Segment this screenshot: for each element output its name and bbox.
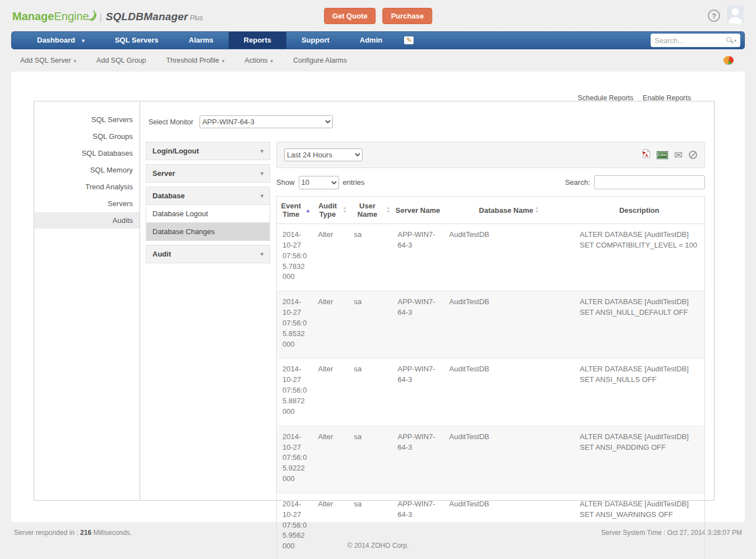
table-row: 2014-10-27 07:56:05.9222000 Alter sa APP… <box>277 426 705 493</box>
sidebar-item[interactable]: Audits <box>34 212 140 229</box>
email-report-icon[interactable]: ✉ <box>674 151 683 159</box>
nav-tab[interactable]: Alarms <box>174 32 229 49</box>
column-header[interactable]: Description <box>574 197 705 224</box>
sub-navbar: Add SQL Server▾ Add SQL Group Threshold … <box>0 49 756 72</box>
subnav-item[interactable]: Configure Alarms <box>293 57 347 64</box>
response-ms-value: 216 <box>80 529 91 537</box>
cell-description: ALTER DATABASE [AuditTestDB] SET ANSI_NU… <box>574 358 705 426</box>
cell-audit-type: Alter <box>313 291 349 358</box>
cell-database-name: AuditTestDB <box>444 291 574 358</box>
sort-ascending-icon: ▲ <box>305 207 311 213</box>
chevron-down-icon: ▾ <box>261 251 263 257</box>
brand-separator: | <box>100 12 102 22</box>
select-monitor-label: Select Monitor <box>149 118 193 126</box>
accordion-header[interactable]: Audit ▾ <box>146 245 270 263</box>
cell-audit-type: Alter <box>313 224 349 291</box>
nav-tab[interactable]: Admin <box>345 32 397 49</box>
cell-user-name: sa <box>349 224 392 291</box>
nav-tab[interactable]: Reports <box>229 32 286 49</box>
column-header[interactable]: Event Time ▲ <box>277 197 313 224</box>
cell-server-name: APP-WIN7-64-3 <box>392 358 444 426</box>
page-size-select[interactable]: 10 <box>299 176 339 189</box>
cell-event-time: 2014-10-27 07:56:05.8872000 <box>277 358 313 426</box>
sort-icon: ▲▼ <box>387 206 391 213</box>
chevron-down-icon: ▾ <box>222 58 225 64</box>
help-icon[interactable]: ? <box>708 10 720 22</box>
user-avatar[interactable] <box>727 6 744 26</box>
sidebar-item[interactable]: Trend Analysis <box>34 179 140 195</box>
brand-product: SQLDBManager <box>106 11 188 23</box>
report-toolbar: Last 24 Hours A CSV ✉ <box>276 142 705 168</box>
subnav-item[interactable]: Add SQL Server▾ <box>20 57 76 64</box>
column-header[interactable]: User Name ▲▼ <box>349 197 392 224</box>
accordion-item[interactable]: Database Changes <box>146 223 270 241</box>
chevron-down-icon: ▾ <box>261 170 263 176</box>
accordion-section: Audit ▾ <box>146 245 270 263</box>
cell-description: ALTER DATABASE [AuditTestDB] SET ANSI_WA… <box>574 493 705 559</box>
response-time: Server responded in : 216 Milliseconds. <box>14 529 132 537</box>
table-search-label: Search: <box>565 178 590 187</box>
sidebar-item[interactable]: SQL Memory <box>34 162 140 178</box>
global-search-input[interactable] <box>655 36 726 45</box>
cell-audit-type: Alter <box>313 426 349 493</box>
cancel-icon[interactable] <box>689 151 697 159</box>
column-header[interactable]: Audit Type ▲▼ <box>313 197 349 224</box>
pdf-export-icon[interactable]: A <box>642 149 651 161</box>
cell-description: ALTER DATABASE [AuditTestDB] SET ANSI_PA… <box>574 426 705 493</box>
nav-tab[interactable]: Support <box>286 32 345 49</box>
column-header[interactable]: Server Name <box>392 197 444 224</box>
monitor-select[interactable]: APP-WIN7-64-3 <box>200 115 333 128</box>
report-main: Select Monitor APP-WIN7-64-3 Login/Logou… <box>140 101 714 500</box>
table-row: 2014-10-27 07:56:05.7832000 Alter sa APP… <box>277 224 705 291</box>
cell-user-name: sa <box>349 493 392 559</box>
logo-swoosh-icon <box>88 10 96 24</box>
table-search-input[interactable] <box>594 175 705 189</box>
sidebar-item[interactable]: SQL Servers <box>34 111 140 128</box>
feedback-pencil-icon[interactable]: ✎ <box>404 36 414 44</box>
search-icon[interactable] <box>726 36 734 44</box>
accordion-header[interactable]: Login/Logout ▾ <box>146 142 270 160</box>
cell-event-time: 2014-10-27 07:56:05.7832000 <box>277 224 313 291</box>
nav-tab[interactable]: SQL Servers <box>100 32 174 49</box>
report-sidebar: SQL Servers SQL Groups SQL Databases SQL… <box>34 101 140 500</box>
cell-server-name: APP-WIN7-64-3 <box>392 291 444 358</box>
audit-table-body: 2014-10-27 07:56:05.7832000 Alter sa APP… <box>277 224 705 559</box>
audit-table: Event Time ▲ Audit Type <box>276 196 705 559</box>
chevron-down-icon: ▾ <box>74 58 77 64</box>
nav-tab[interactable]: Dashboard▾ <box>22 32 100 49</box>
brand-engine: Engine <box>54 10 89 23</box>
svg-text:A: A <box>645 153 648 158</box>
sidebar-item[interactable]: SQL Groups <box>34 128 140 145</box>
accordion-header[interactable]: Server ▾ <box>146 164 270 183</box>
accordion-section: Server ▾ <box>146 164 270 183</box>
cell-user-name: sa <box>349 358 392 426</box>
sort-icon: ▲▼ <box>535 206 539 213</box>
cell-database-name: AuditTestDB <box>444 358 574 426</box>
cell-event-time: 2014-10-27 07:56:05.8532000 <box>277 291 313 358</box>
cell-user-name: sa <box>349 291 392 358</box>
csv-export-icon[interactable]: CSV <box>657 151 668 159</box>
column-header[interactable]: Database Name ▲▼ <box>444 197 574 224</box>
chevron-down-icon: ▾ <box>271 58 273 64</box>
cell-description: ALTER DATABASE [AuditTestDB] SET COMPATI… <box>574 224 705 291</box>
entries-label: entries <box>343 178 365 187</box>
cell-audit-type: Alter <box>313 493 349 559</box>
get-quote-button[interactable]: Get Quote <box>324 8 376 24</box>
cell-user-name: sa <box>349 426 392 493</box>
time-range-select[interactable]: Last 24 Hours <box>284 148 363 161</box>
pie-chart-icon[interactable] <box>723 56 734 64</box>
subnav-item[interactable]: Add SQL Group <box>96 57 146 64</box>
sidebar-item[interactable]: SQL Databases <box>34 145 140 161</box>
cell-database-name: AuditTestDB <box>444 493 574 559</box>
accordion-item[interactable]: Database Logout <box>146 205 270 223</box>
global-search-box[interactable]: ▾ <box>651 34 740 47</box>
search-options-caret-icon[interactable]: ▾ <box>734 38 736 43</box>
content-card: Schedule Reports Enable Reports SQL Serv… <box>11 72 745 522</box>
brand-suffix: Plus <box>190 14 203 22</box>
subnav-item[interactable]: Actions▾ <box>245 57 273 64</box>
subnav-item[interactable]: Threshold Profile▾ <box>166 57 225 64</box>
sidebar-item[interactable]: Servers <box>34 195 140 212</box>
purchase-button[interactable]: Purchase <box>383 8 433 24</box>
chevron-down-icon: ▾ <box>82 38 85 44</box>
accordion-header[interactable]: Database ▾ <box>146 187 270 205</box>
